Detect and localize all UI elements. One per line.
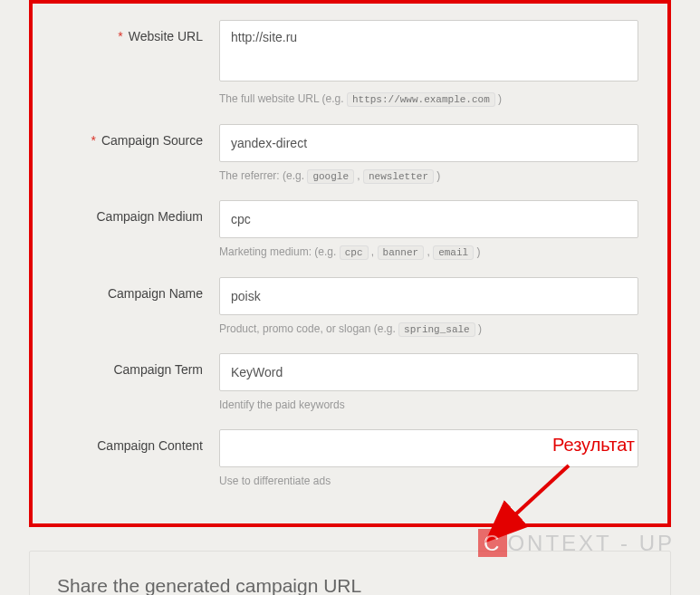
field-label: Campaign Medium	[62, 200, 219, 224]
field-helper: The referrer: (e.g. google , newsletter …	[219, 168, 638, 185]
result-panel: Share the generated campaign URL Use thi…	[29, 551, 671, 595]
required-indicator: *	[91, 133, 95, 148]
helper-code: google	[307, 169, 354, 184]
form-row: Campaign NameProduct, promo code, or slo…	[62, 277, 638, 347]
helper-code: https://www.example.com	[347, 92, 495, 107]
form-row: Campaign TermIdentify the paid keywords	[62, 353, 638, 422]
campaign-name-input[interactable]	[219, 277, 638, 315]
required-indicator: *	[118, 29, 122, 43]
helper-code: cpc	[340, 245, 369, 260]
campaign-source-input[interactable]	[219, 124, 638, 162]
form-row: Campaign MediumMarketing medium: (e.g. c…	[62, 200, 638, 270]
form-row: *Campaign SourceThe referrer: (e.g. goog…	[62, 124, 638, 194]
helper-code: email	[433, 245, 474, 260]
field-label: *Campaign Source	[62, 124, 219, 148]
field-helper: Use to differentiate ads	[219, 473, 638, 489]
form-row: *Website URLThe full website URL (e.g. h…	[62, 20, 638, 117]
helper-code: newsletter	[363, 169, 434, 184]
field-label: Campaign Name	[62, 277, 219, 301]
helper-code: banner	[378, 245, 425, 260]
annotation-label: Результат	[552, 435, 635, 456]
campaign-term-input[interactable]	[219, 353, 638, 391]
result-title: Share the generated campaign URL	[57, 575, 643, 595]
field-helper: Identify the paid keywords	[219, 397, 638, 413]
field-helper: Product, promo code, or slogan (e.g. spr…	[219, 321, 638, 338]
helper-code: spring_sale	[398, 322, 475, 337]
field-label: Campaign Content	[62, 429, 219, 453]
campaign-medium-input[interactable]	[219, 200, 638, 238]
field-label: *Website URL	[62, 20, 219, 43]
field-helper: The full website URL (e.g. https://www.e…	[219, 91, 638, 108]
field-label: Campaign Term	[62, 353, 219, 377]
field-helper: Marketing medium: (e.g. cpc , banner , e…	[219, 244, 638, 261]
website-url-input[interactable]	[219, 20, 638, 82]
